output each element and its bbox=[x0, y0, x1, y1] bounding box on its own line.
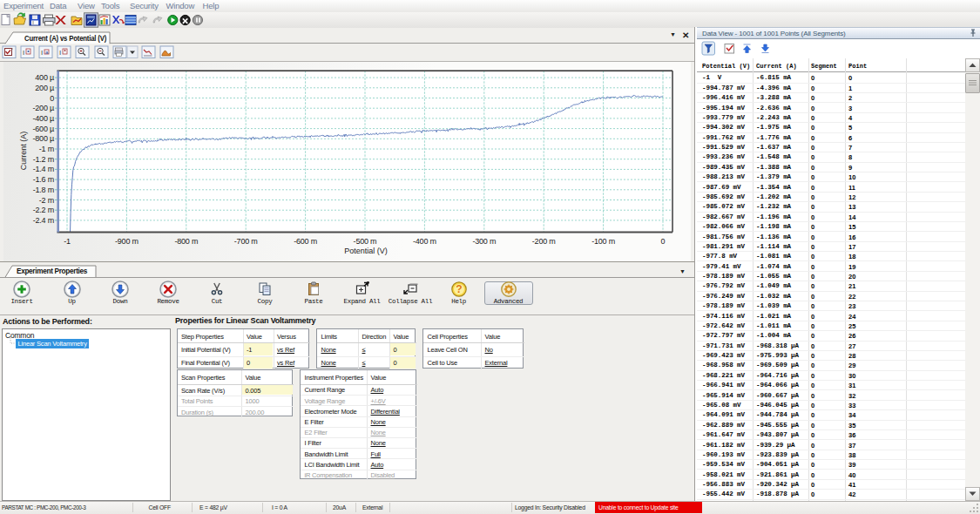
svg-text:I: I bbox=[59, 49, 61, 57]
svg-text:?: ? bbox=[456, 283, 462, 295]
svg-text:I: I bbox=[23, 49, 24, 57]
svg-text:I: I bbox=[41, 49, 43, 57]
